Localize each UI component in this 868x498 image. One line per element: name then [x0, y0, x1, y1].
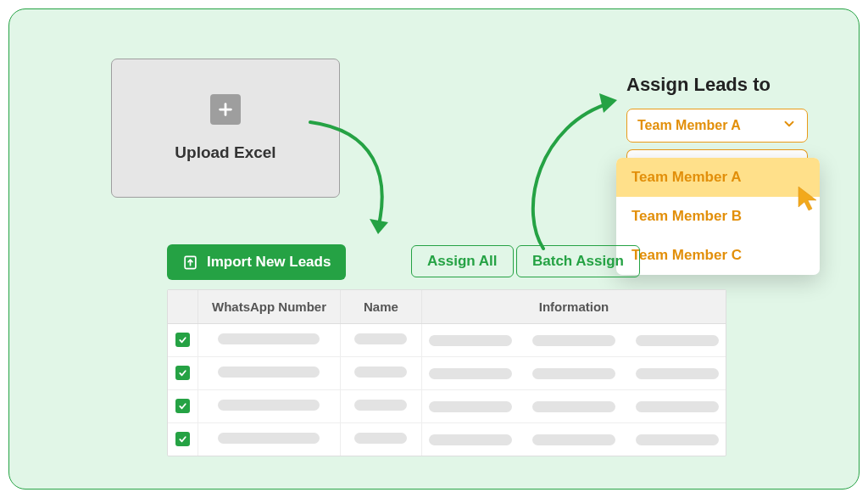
- plus-icon: [210, 94, 241, 125]
- placeholder-pill: [354, 333, 407, 344]
- info-cell: [429, 335, 719, 346]
- placeholder-pill: [532, 368, 615, 379]
- placeholder-pill: [429, 401, 512, 412]
- chevron-down-icon: [782, 116, 797, 135]
- import-new-leads-button[interactable]: Import New Leads: [167, 244, 346, 280]
- placeholder-pill: [354, 367, 407, 378]
- import-button-label: Import New Leads: [207, 254, 331, 271]
- info-cell: [429, 401, 719, 412]
- placeholder-pill: [354, 433, 407, 444]
- assign-dropdown-menu: Team Member A Team Member B Team Member …: [616, 158, 820, 275]
- upload-file-icon: [182, 255, 198, 271]
- row-checkbox[interactable]: [175, 432, 190, 446]
- placeholder-pill: [636, 401, 719, 412]
- upload-excel-dropzone[interactable]: Upload Excel: [111, 59, 340, 198]
- dropdown-option-a[interactable]: Team Member A: [616, 158, 820, 197]
- dropdown-option-c[interactable]: Team Member C: [616, 236, 820, 275]
- app-canvas: Upload Excel Import New Leads Assign Lea…: [8, 8, 860, 490]
- placeholder-pill: [429, 335, 512, 346]
- assign-all-button[interactable]: Assign All: [411, 245, 514, 277]
- placeholder-pill: [636, 368, 719, 379]
- assign-select-value: Team Member A: [637, 118, 741, 133]
- batch-assign-button[interactable]: Batch Assign: [516, 245, 640, 277]
- placeholder-pill: [218, 400, 320, 411]
- info-cell: [429, 368, 719, 379]
- table-row: [168, 423, 726, 456]
- assign-team-member-select[interactable]: Team Member A: [626, 109, 808, 143]
- dropdown-option-b[interactable]: Team Member B: [616, 197, 820, 236]
- placeholder-pill: [636, 335, 719, 346]
- table-row: [168, 390, 726, 423]
- placeholder-pill: [429, 434, 512, 445]
- table-header-information: Information: [422, 290, 726, 324]
- row-checkbox[interactable]: [175, 366, 190, 380]
- table-row: [168, 324, 726, 357]
- info-cell: [429, 434, 719, 445]
- upload-label: Upload Excel: [175, 143, 275, 162]
- placeholder-pill: [532, 335, 615, 346]
- leads-table: WhatsApp Number Name Information: [167, 289, 726, 456]
- row-checkbox[interactable]: [175, 333, 190, 347]
- table-header-checkbox: [168, 290, 198, 324]
- table-header-whatsapp: WhatsApp Number: [198, 290, 341, 324]
- placeholder-pill: [636, 434, 719, 445]
- table-row: [168, 357, 726, 390]
- row-checkbox[interactable]: [175, 399, 190, 413]
- placeholder-pill: [218, 433, 320, 444]
- placeholder-pill: [532, 434, 615, 445]
- placeholder-pill: [354, 400, 407, 411]
- placeholder-pill: [429, 368, 512, 379]
- assign-leads-title: Assign Leads to: [626, 74, 771, 96]
- table-header-name: Name: [340, 290, 421, 324]
- placeholder-pill: [218, 367, 320, 378]
- placeholder-pill: [218, 333, 320, 344]
- placeholder-pill: [532, 401, 615, 412]
